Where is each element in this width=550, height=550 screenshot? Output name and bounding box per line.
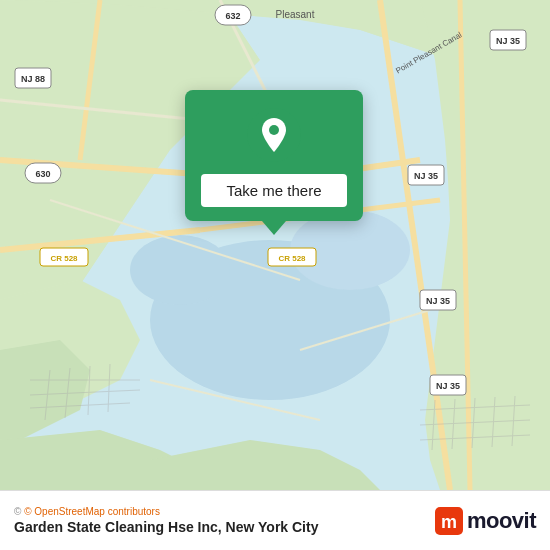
svg-text:NJ 35: NJ 35 [414,171,438,181]
svg-text:632: 632 [225,11,240,21]
svg-text:CR 528: CR 528 [50,254,78,263]
svg-text:CR 528: CR 528 [278,254,306,263]
location-title: Garden State Cleaning Hse Inc, New York … [14,519,318,535]
bottom-bar: © © OpenStreetMap contributors Garden St… [0,490,550,550]
svg-point-61 [269,125,279,135]
bottom-left-info: © © OpenStreetMap contributors Garden St… [14,506,318,535]
copyright-text: © © OpenStreetMap contributors [14,506,318,517]
svg-text:NJ 35: NJ 35 [426,296,450,306]
svg-text:NJ 35: NJ 35 [436,381,460,391]
svg-point-10 [130,235,230,305]
svg-text:630: 630 [35,169,50,179]
svg-text:Pleasant: Pleasant [276,9,315,20]
map-container: NJ 88 NJ 35 NJ 35 NJ 35 NJ 35 632 630 6 … [0,0,550,490]
svg-text:NJ 35: NJ 35 [496,36,520,46]
take-me-there-button[interactable]: Take me there [201,174,347,207]
map-svg: NJ 88 NJ 35 NJ 35 NJ 35 NJ 35 632 630 6 … [0,0,550,490]
svg-text:m: m [441,512,457,532]
moovit-m-icon: m [435,507,463,535]
popup-card: Take me there [185,90,363,221]
location-pin-icon [247,108,301,162]
copyright-symbol: © [14,506,24,517]
moovit-label: moovit [467,508,536,534]
openstreetmap-link[interactable]: © OpenStreetMap contributors [24,506,160,517]
svg-text:NJ 88: NJ 88 [21,74,45,84]
moovit-logo: m moovit [435,507,536,535]
